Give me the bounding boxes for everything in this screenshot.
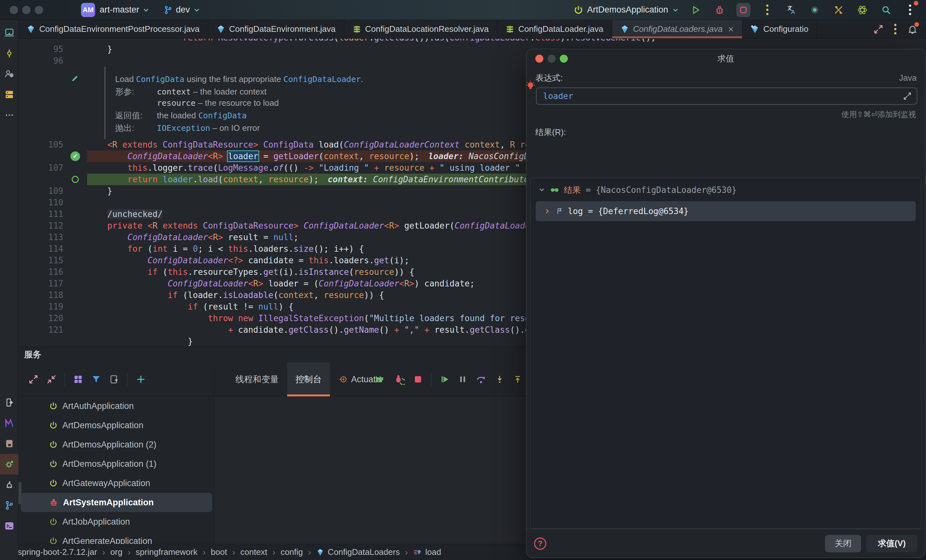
- project-avatar[interactable]: AM: [81, 3, 95, 17]
- minimize-dialog-window-button[interactable]: [548, 54, 555, 63]
- run-button[interactable]: [689, 3, 703, 17]
- breadcrumb-item-config[interactable]: config: [281, 547, 303, 557]
- close-dialog-window-button[interactable]: [535, 54, 543, 63]
- editor-gutter[interactable]: 113: [18, 232, 87, 243]
- run-configuration-selector[interactable]: ArtDemosApplication: [573, 5, 679, 15]
- editor-gutter[interactable]: [18, 336, 87, 347]
- more-run-actions-button[interactable]: [760, 3, 774, 17]
- dependencies-tool-button[interactable]: [0, 433, 18, 454]
- step-out-button[interactable]: [513, 375, 522, 384]
- translate-icon[interactable]: A: [784, 3, 798, 17]
- pull-requests-tool-button[interactable]: ?: [0, 64, 18, 84]
- result-root-row[interactable]: 结果 = {NacosConfigDataLoader@6530}: [531, 181, 921, 199]
- filter-icon[interactable]: [91, 374, 101, 384]
- stop-button[interactable]: [736, 3, 750, 17]
- breadcrumb-item-org[interactable]: org: [110, 547, 123, 557]
- expression-input[interactable]: [537, 91, 903, 101]
- project-tool-button[interactable]: [0, 23, 18, 43]
- close-button[interactable]: 关闭: [825, 535, 861, 552]
- editor-gutter[interactable]: 110: [18, 197, 87, 208]
- editor-gutter[interactable]: 107: [18, 162, 87, 174]
- dialog-window-controls[interactable]: [535, 54, 568, 63]
- code-line[interactable]: return ResolvableType.forClass(loader.ge…: [18, 39, 926, 43]
- maximize-window-button[interactable]: [35, 6, 43, 14]
- add-to-dashboard-icon[interactable]: [109, 374, 119, 384]
- add-service-icon[interactable]: [136, 374, 146, 384]
- editor-tab-configdataloaders-java[interactable]: ConfigDataLoaders.java×: [612, 20, 743, 38]
- service-item-artauthapplication[interactable]: ArtAuthApplication: [18, 397, 214, 416]
- editor-gutter[interactable]: 119: [18, 301, 87, 312]
- settings-menu-button[interactable]: [903, 3, 917, 17]
- breakpoint-verified-icon[interactable]: ✓: [64, 150, 87, 162]
- resume-button[interactable]: [440, 375, 449, 384]
- profiler-icon[interactable]: [808, 3, 822, 17]
- tab-控制台[interactable]: 控制台: [287, 362, 330, 397]
- code-text[interactable]: return ResolvableType.forClass(loader.ge…: [87, 39, 926, 43]
- execution-point-icon[interactable]: [64, 174, 87, 185]
- terminal-tool-button[interactable]: [0, 516, 18, 536]
- intention-bulb-icon[interactable]: [525, 80, 536, 91]
- service-item-artjobapplication[interactable]: ArtJobApplication: [18, 512, 214, 531]
- commit-tool-button[interactable]: [0, 43, 18, 64]
- debug-button[interactable]: [713, 3, 727, 17]
- editor-tab-configdataloader-java[interactable]: ConfigDataLoader.java: [498, 20, 612, 38]
- collapse-all-icon[interactable]: [47, 374, 56, 384]
- step-over-button[interactable]: [476, 374, 486, 384]
- close-tab-icon[interactable]: ×: [728, 25, 734, 33]
- editor-options-icon[interactable]: [894, 24, 896, 35]
- editor-gutter[interactable]: ✓: [18, 150, 87, 162]
- more-tool-windows-button[interactable]: [0, 105, 18, 126]
- pause-button[interactable]: [458, 375, 467, 383]
- group-by-icon[interactable]: [73, 374, 83, 384]
- run-tool-button[interactable]: [0, 392, 18, 413]
- editor-gutter[interactable]: 96: [18, 55, 87, 67]
- editor-gutter[interactable]: 105: [18, 139, 87, 150]
- editor-gutter[interactable]: 121: [18, 324, 87, 336]
- breadcrumb-item-boot[interactable]: boot: [211, 547, 227, 557]
- editor-gutter[interactable]: 114: [18, 243, 87, 254]
- structure-tool-button[interactable]: [0, 84, 18, 105]
- editor-gutter[interactable]: 117: [18, 278, 87, 289]
- breadcrumb-item-context[interactable]: context: [240, 547, 267, 557]
- services-tool-button[interactable]: [0, 454, 18, 474]
- expand-editor-icon[interactable]: [874, 24, 883, 34]
- editor-gutter[interactable]: 111: [18, 208, 87, 220]
- tab-线程和变量[interactable]: 线程和变量: [227, 362, 287, 397]
- mybatis-plugin-button[interactable]: [0, 413, 18, 433]
- editor-gutter[interactable]: 112: [18, 220, 87, 232]
- breadcrumb-item-spring-boot-2-7-12-jar[interactable]: spring-boot-2.7.12.jar: [18, 547, 97, 557]
- chevron-right-icon[interactable]: [544, 208, 551, 215]
- close-window-button[interactable]: [10, 6, 18, 14]
- expand-all-icon[interactable]: [29, 374, 38, 384]
- editor-gutter[interactable]: 95: [18, 43, 87, 55]
- editor-gutter[interactable]: 118: [18, 289, 87, 301]
- build-tools-icon[interactable]: [831, 3, 846, 17]
- maximize-dialog-window-button[interactable]: [560, 54, 568, 63]
- evaluate-button[interactable]: 求值(V): [866, 535, 917, 552]
- editor-gutter[interactable]: [18, 39, 87, 43]
- editor-tab-configdataenvironment-java[interactable]: ConfigDataEnvironment.java: [208, 20, 344, 38]
- service-item-artsystemapplication[interactable]: ArtSystemApplication: [21, 493, 212, 512]
- restart-debug-button[interactable]: [394, 374, 405, 385]
- chevron-down-icon[interactable]: [538, 186, 545, 194]
- service-item-artdemosapplication-2-[interactable]: ArtDemosApplication (2): [18, 435, 214, 454]
- edit-javadoc-pencil-icon[interactable]: [70, 74, 79, 83]
- editor-gutter[interactable]: 115: [18, 254, 87, 266]
- project-selector[interactable]: art-master: [100, 5, 150, 15]
- scrollbar-thumb[interactable]: [18, 482, 21, 504]
- expand-input-icon[interactable]: [903, 92, 912, 100]
- branch-selector[interactable]: dev: [163, 5, 200, 15]
- atom-plugin-icon[interactable]: [855, 3, 869, 17]
- editor-gutter[interactable]: 109: [18, 185, 87, 197]
- fast-forward-button[interactable]: [375, 374, 385, 384]
- window-controls[interactable]: [10, 6, 43, 14]
- notifications-bell-icon[interactable]: [907, 24, 918, 35]
- service-item-artdemosapplication-1-[interactable]: ArtDemosApplication (1): [18, 454, 214, 474]
- breadcrumb-item-springframework[interactable]: springframework: [136, 547, 197, 557]
- help-icon[interactable]: ?: [534, 537, 546, 550]
- editor-gutter[interactable]: 116: [18, 266, 87, 278]
- search-icon[interactable]: [879, 3, 893, 17]
- result-child-row[interactable]: log = {DeferredLog@6534}: [536, 201, 916, 221]
- stop-button[interactable]: [414, 375, 422, 383]
- breadcrumb-item-configdataloaders[interactable]: ConfigDataLoaders: [316, 547, 399, 557]
